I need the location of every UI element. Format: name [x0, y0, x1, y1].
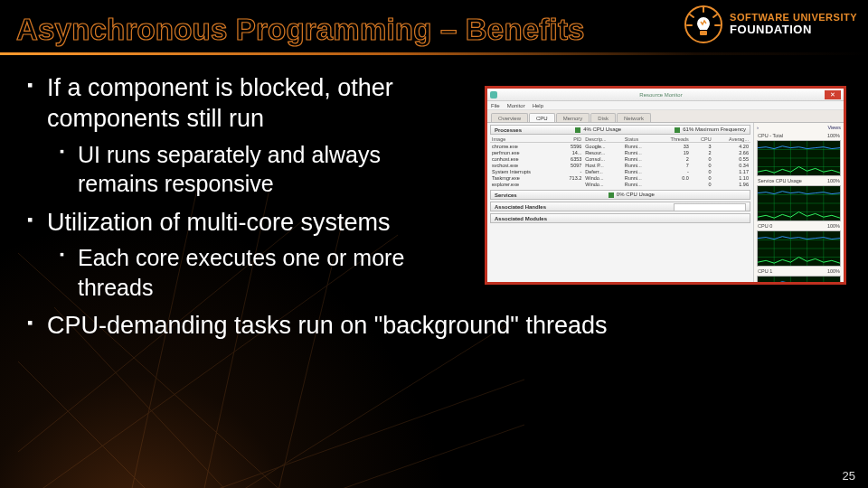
tab-network[interactable]: Network	[617, 113, 651, 122]
table-cell: 5097	[558, 162, 583, 168]
bullet-1-text: If a component is blocked, other compone…	[47, 74, 393, 132]
chart-right-label: 100%	[827, 223, 840, 229]
table-cell: Runni...	[623, 168, 656, 174]
table-cell: 5596	[558, 143, 583, 150]
table-cell	[656, 181, 691, 187]
resource-monitor-screenshot: Resource Monitor ✕ File Monitor Help Ove…	[485, 86, 846, 285]
table-row[interactable]: System Interrupts-Deferr...Runni...-01.1…	[490, 168, 750, 174]
chart-label: CPU 0	[758, 223, 772, 229]
table-cell: Resour...	[583, 149, 622, 155]
svg-line-0	[18, 380, 524, 488]
table-cell: 0.0	[656, 174, 691, 181]
table-cell: -	[656, 168, 691, 174]
table-cell: 0.34	[713, 162, 750, 168]
svg-line-14	[713, 14, 717, 17]
bullet-2-sub-1: Each core executes one or more threads	[60, 243, 461, 302]
bullet-2-text: Utilization of multi-core systems	[47, 209, 391, 236]
col-status[interactable]: Status	[623, 136, 656, 143]
chart-label: CPU - Total	[758, 133, 783, 138]
col-cpu[interactable]: CPU	[691, 136, 713, 143]
chart-right-label: 100%	[827, 133, 840, 138]
slide-title-bar: Asynchronous Programming – Benefits SOFT…	[0, 0, 868, 64]
chart-right-label: 100%	[827, 268, 840, 274]
table-cell: 3	[691, 143, 713, 150]
table-cell: 2	[691, 149, 713, 155]
table-row[interactable]: explorer.exeWindo...Runni...01.96	[490, 181, 750, 187]
col-pid[interactable]: PID	[558, 136, 583, 143]
mini-chart: CPU 1100%	[757, 276, 841, 285]
table-cell: Deferr...	[583, 168, 622, 174]
table-cell: Host P...	[583, 162, 622, 168]
table-row[interactable]: svchost.exe5097Host P...Runni...700.34	[490, 162, 750, 168]
mini-chart: CPU - Total100%	[757, 140, 841, 176]
table-cell: 19	[656, 149, 691, 155]
views-dropdown[interactable]: Views	[827, 125, 841, 130]
assoc-handles-label: Associated Handles	[495, 204, 546, 210]
tab-overview[interactable]: Overview	[491, 113, 528, 122]
processes-header[interactable]: Processes 4% CPU Usage 61% Maximum Frequ…	[490, 125, 750, 135]
table-cell: Windo...	[583, 174, 622, 181]
max-freq-label: 61% Maximum Frequency	[683, 127, 746, 132]
table-cell: Google...	[583, 143, 622, 150]
table-cell: Runni...	[623, 143, 656, 150]
table-cell: Windo...	[583, 181, 622, 187]
table-cell: 0	[691, 168, 713, 174]
associated-handles-header[interactable]: Associated Handles	[490, 202, 750, 211]
svg-line-1	[36, 425, 524, 488]
table-cell: perfmon.exe	[490, 149, 558, 155]
search-handles-input[interactable]	[674, 203, 746, 211]
table-cell: Runni...	[623, 162, 656, 168]
associated-modules-header[interactable]: Associated Modules	[490, 213, 750, 223]
assoc-modules-label: Associated Modules	[495, 216, 547, 221]
menu-help[interactable]: Help	[533, 103, 543, 108]
table-cell: conhost.exe	[490, 155, 558, 162]
tab-cpu[interactable]: CPU	[529, 113, 555, 122]
table-cell: 0	[691, 162, 713, 168]
menu-monitor[interactable]: Monitor	[507, 103, 525, 108]
table-row[interactable]: Taskmgr.exe713.2Windo...Runni...0.001.10	[490, 174, 750, 181]
table-cell: 0.55	[713, 155, 750, 162]
svg-rect-17	[700, 31, 707, 35]
table-cell: 0	[691, 174, 713, 181]
cpu-usage-label: 4% CPU Usage	[583, 127, 621, 132]
title-underline	[0, 52, 868, 55]
table-cell: 0	[691, 181, 713, 187]
processes-table: Image PID Descrip... Status Threads CPU …	[490, 136, 750, 187]
resmon-left-panel: Processes 4% CPU Usage 61% Maximum Frequ…	[487, 123, 753, 282]
col-desc[interactable]: Descrip...	[583, 136, 622, 143]
table-row[interactable]: perfmon.exe14...Resour...Runni...1922.66	[490, 149, 750, 155]
table-cell: Runni...	[623, 174, 656, 181]
svg-line-13	[690, 14, 693, 17]
bullet-3: CPU-demanding tasks run on "background" …	[27, 311, 852, 342]
table-cell: 0	[691, 155, 713, 162]
chevron-right-icon[interactable]: ›	[757, 125, 759, 130]
col-threads[interactable]: Threads	[656, 136, 691, 143]
services-label: Services	[495, 192, 517, 198]
col-avg[interactable]: Averag...	[713, 136, 750, 143]
services-cpu-label: 0% CPU Usage	[617, 192, 655, 197]
svg-line-8	[18, 361, 253, 488]
table-cell: 1.10	[713, 174, 750, 181]
table-cell: svchost.exe	[490, 162, 558, 168]
table-row[interactable]: conhost.exe6353Consol...Runni...200.55	[490, 155, 750, 162]
chart-label: Service CPU Usage	[758, 178, 802, 183]
table-cell: chrome.exe	[490, 143, 558, 150]
mini-chart: CPU 0100%	[757, 230, 841, 267]
resmon-window-title: Resource Monitor	[639, 92, 682, 98]
tab-disk[interactable]: Disk	[590, 113, 616, 122]
table-row[interactable]: chrome.exe5596Google...Runni...3334.20	[490, 143, 750, 150]
table-header-row: Image PID Descrip... Status Threads CPU …	[490, 136, 750, 143]
tab-memory[interactable]: Memory	[556, 113, 590, 122]
col-image[interactable]: Image	[490, 136, 558, 143]
bullet-1-sub-1: UI runs separately and always remains re…	[60, 140, 461, 199]
table-cell: Runni...	[623, 181, 656, 187]
svg-line-2	[72, 325, 506, 488]
page-number: 25	[843, 469, 855, 483]
chart-right-label: 100%	[827, 178, 840, 183]
resmon-right-panel: › Views CPU - Total100%Service CPU Usage…	[753, 123, 844, 282]
table-cell: 713.2	[558, 174, 583, 181]
services-header[interactable]: Services 0% CPU Usage	[490, 190, 750, 200]
close-icon[interactable]: ✕	[825, 90, 841, 99]
svg-rect-42	[758, 277, 840, 285]
menu-file[interactable]: File	[491, 103, 500, 108]
